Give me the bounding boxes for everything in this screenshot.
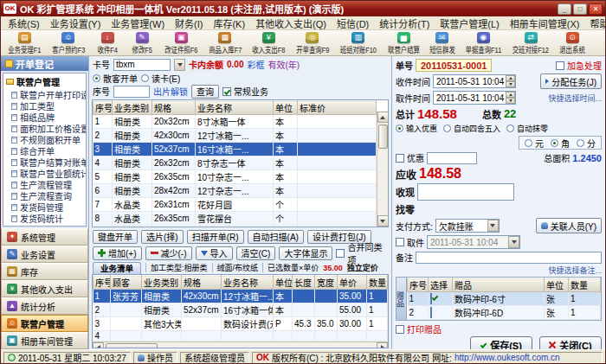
toolbar-button-exit[interactable]: ⊙退出系统 (555, 31, 590, 55)
toolbar-button-order-query[interactable]: ◎开单查询F9 (291, 31, 335, 55)
scroll-right-icon[interactable] (377, 342, 388, 348)
menu-item-partner-mgmt[interactable]: 联营户管理(L) (435, 16, 504, 30)
seq-input[interactable] (113, 86, 150, 98)
scroll-up-icon[interactable] (377, 112, 389, 123)
nav-system-mgmt[interactable]: ✦系统管理 (1, 228, 88, 246)
order-horizontal-scrollbar[interactable] (93, 342, 388, 348)
auto-round-radio[interactable]: 自动四舍五入 (443, 123, 500, 134)
website-link[interactable]: http://www.oukesoft.com.cn (455, 353, 560, 362)
minimize-button[interactable]: _ (558, 3, 571, 15)
table-row[interactable]: 9设计类数码设计费(元个 (93, 226, 377, 228)
tree-item-production-mgmt[interactable]: 生产流程管理 (3, 179, 86, 190)
menu-item-album-workshop[interactable]: 相册车间管理(X) (505, 16, 585, 30)
unit-jiao-radio[interactable]: 角 (551, 137, 570, 150)
tree-item-shipcode-stats[interactable]: 发货码统计 (3, 213, 86, 224)
urgent-checkbox[interactable]: 加急处理 (556, 59, 602, 72)
toolbar-button-sms[interactable]: ✉短信群发 (425, 31, 460, 55)
menu-item-sms[interactable]: 短信(D) (332, 16, 374, 30)
custom-price-label[interactable]: 独立定价 (347, 262, 378, 273)
related-staff-button[interactable]: 关联人员(Y) (536, 218, 602, 233)
table-row[interactable]: 4 (93, 331, 388, 342)
toolbar-button-id-photo[interactable]: ▣改证件照F6 (159, 31, 203, 55)
remove-button[interactable]: 减少(-) (145, 246, 192, 260)
table-row[interactable]: 4相册类26x32cm8寸杂志一体本 (93, 156, 377, 170)
tree-item-area-price[interactable]: 面积加工价格设置 (3, 123, 86, 134)
table-row[interactable]: 5相册类26x35cm10寸杂志一...本 (93, 170, 377, 184)
unit-fen-radio[interactable]: 分 (577, 137, 596, 150)
query-button[interactable]: 查询 (191, 85, 219, 99)
nav-other-income[interactable]: ¥其他收入支出 (1, 280, 88, 297)
print-gift-checkbox[interactable]: 打印赠品 (396, 322, 442, 335)
auto-trim-radio[interactable]: 自动抹零 (506, 123, 548, 134)
unit-yuan-radio[interactable]: 元 (525, 137, 544, 150)
tree-item-revenue-stats[interactable]: 联营户营业额统计 (3, 168, 86, 179)
clear-button[interactable]: 清空(C) (236, 246, 276, 260)
table-row[interactable]: 8水晶类26x35cm雪花摆台个 (93, 212, 377, 226)
table-row[interactable]: 7水晶类26x31cm花好月圆个 (93, 198, 377, 212)
menu-item-statistics[interactable]: 统计分析(T) (374, 16, 435, 30)
tree-item-production-query[interactable]: 生产流程查询 (3, 190, 86, 201)
select-photo-button[interactable]: 选片(择) (141, 230, 184, 244)
regular-business-checkbox[interactable]: 常规业务 (222, 85, 268, 98)
menu-item-help[interactable]: 帮助(H) (584, 16, 606, 30)
discount-input[interactable] (427, 152, 477, 164)
nav-statistics[interactable]: ▲统计分析 (1, 297, 88, 315)
cash-input[interactable] (417, 183, 514, 201)
toolbar-button-income-expense[interactable]: ¥收入支出F8 (247, 31, 291, 55)
scan-order-button[interactable]: 扫描开单(R) (187, 230, 244, 244)
close-button[interactable]: 关闭(C) (539, 336, 602, 349)
keyboard-order-button[interactable]: 键盘开单 (93, 230, 138, 244)
menu-item-finance[interactable]: 财务(I) (170, 16, 208, 30)
payment-select[interactable]: 欠款挂账 (435, 219, 500, 233)
card-read-button[interactable] (174, 59, 185, 71)
tree-item-irregular-area[interactable]: 不规则面积开单 (3, 134, 86, 145)
maximize-button[interactable]: □ (573, 3, 587, 15)
pickup-checkbox[interactable]: 取件 (396, 236, 424, 249)
tree-root-partner-mgmt[interactable]: 联营户管理 (3, 73, 86, 89)
tab-business-list[interactable]: 业务清单 (93, 262, 141, 274)
menu-item-system[interactable]: 系统(S) (3, 16, 45, 30)
tree-item-shipcode-mgmt[interactable]: 发货码管理 (3, 201, 86, 213)
table-row[interactable]: 6相册类28x42cm12寸杂志一...本 (93, 184, 377, 198)
large-font-button[interactable]: 大字体显示 (279, 246, 332, 260)
toolbar-button-partner-settle[interactable]: ▅联营户结算 (383, 31, 425, 55)
toolbar-button-accept[interactable]: ▤业务受理F1 (3, 31, 47, 55)
time-spinner[interactable] (506, 75, 515, 87)
scroll-thumb[interactable] (106, 343, 158, 348)
input-discount-radio[interactable]: 输入优惠 (396, 123, 437, 134)
gift-select-checkbox[interactable] (430, 293, 432, 304)
mode-walkin-radio[interactable]: 散客开单 (93, 72, 138, 85)
scroll-left-icon[interactable] (93, 342, 104, 348)
scroll-down-icon[interactable] (377, 215, 389, 227)
menu-item-business-mgmt[interactable]: 业务管理(W) (106, 16, 170, 30)
menu-item-inventory[interactable]: 库存(K) (208, 16, 250, 30)
card-input[interactable] (113, 59, 171, 71)
nav-inventory[interactable]: ▦库存 (1, 263, 88, 280)
toolbar-button-doc-query[interactable]: ◉单据查询F11 (460, 31, 507, 55)
nav-album-workshop[interactable]: ▣相册车间管理 (1, 332, 88, 349)
table-row[interactable]: 3其他3大类数码设计费(元P45.335.030.001 (93, 317, 388, 331)
save-button[interactable]: 保存(S) (470, 336, 532, 349)
tree-item-paper-brand[interactable]: 相纸品牌 (3, 112, 86, 123)
quick-time-link[interactable]: 快捷选择时间... (548, 93, 602, 104)
mode-readcard-radio[interactable]: 读卡(E) (141, 72, 180, 85)
assign-task-button[interactable]: 分配任务(J) (540, 73, 602, 89)
toolbar-button-team-reconcile[interactable]: ▥班组对账F10 (334, 31, 383, 55)
tree-item-process-type[interactable]: 加工类型 (3, 100, 86, 112)
auto-scan-button[interactable]: 自动扫描(A) (248, 230, 304, 244)
table-row-selected[interactable]: 3相册类52x37cm16寸冰箱一...本 (93, 143, 377, 156)
close-window-button[interactable]: ✕ (589, 3, 603, 15)
toolbar-button-booking[interactable]: ☺客户预约F3 (47, 31, 91, 55)
discount-checkbox[interactable]: 优惠 (396, 151, 424, 164)
table-row[interactable]: 2数码冲印-6D张1 (408, 306, 601, 320)
receive-time-input[interactable]: 2011-05-31 10:04 (433, 74, 516, 88)
remark-input[interactable] (416, 252, 602, 264)
import-button[interactable]: 导入 (196, 246, 233, 260)
tree-item-settle-statement[interactable]: 联营户结算对账单 (3, 156, 86, 168)
add-button[interactable]: 增加(+) (93, 246, 142, 260)
table-row[interactable]: 2相册类42x30cm12寸冰箱一...本 (93, 129, 377, 143)
toolbar-button-edit[interactable]: ✎修改F5 (125, 31, 159, 55)
dropdown-button[interactable] (487, 220, 499, 232)
toolbar-button-receive[interactable]: ↓收件F4 (90, 31, 125, 55)
pickup-time-input[interactable]: 2011-05-31 10:04 (433, 91, 516, 105)
